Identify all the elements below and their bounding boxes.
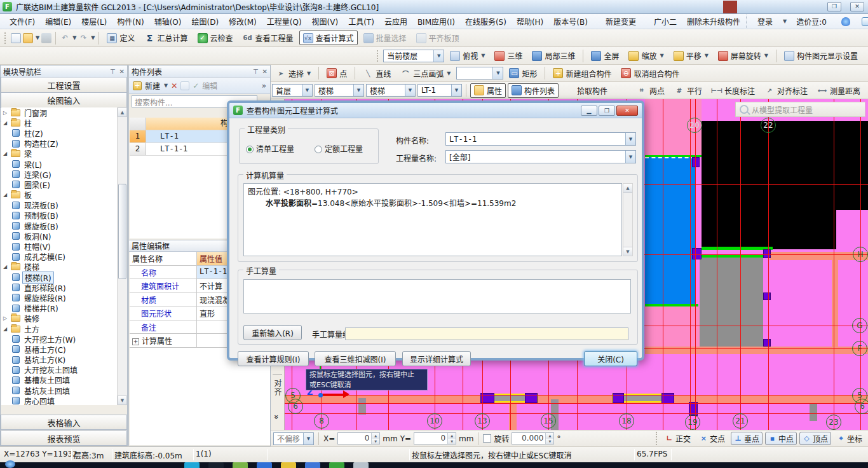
taskbar-icon[interactable] <box>208 462 224 468</box>
view-top-view-button[interactable]: 俯视▼ <box>446 48 489 63</box>
window-restore-button[interactable]: ❐ <box>827 2 841 11</box>
tree-item-基坑灰土回填[interactable]: 基坑灰土回填 <box>1 385 117 396</box>
tree-item-柱[interactable]: ◢柱 <box>1 118 117 128</box>
chevron-down-icon[interactable]: ▼ <box>447 71 451 76</box>
tree-item-装修[interactable]: ▷装修 <box>1 313 117 324</box>
list-quantity-radio[interactable]: 清单工程量 <box>246 143 294 154</box>
menu-item[interactable]: 文件(F) <box>5 15 39 28</box>
radio-off-icon[interactable] <box>315 146 322 153</box>
snap-intersection-button[interactable]: ×交点 <box>696 432 728 445</box>
tree-item-楼梯井R[interactable]: 楼梯井(R) <box>1 303 117 313</box>
measure-two-point-button[interactable]: ⌗两点 <box>633 83 668 98</box>
chevron-down-icon[interactable]: ▼ <box>433 50 444 62</box>
tree-item-现浇板B[interactable]: 现浇板(B) <box>1 200 117 210</box>
tree-item-楼梯R[interactable]: 楼梯(R) <box>1 272 117 282</box>
open-file-icon[interactable] <box>23 33 33 43</box>
edit-component-button[interactable]: 编辑 <box>202 80 217 91</box>
dialog-footer-button-0[interactable]: 查看计算规则(I) <box>238 351 309 366</box>
context-combo-2[interactable]: 楼梯▼ <box>366 84 416 97</box>
context-combo-3[interactable]: LT-1▼ <box>417 84 462 97</box>
chevron-down-icon[interactable]: ▼ <box>303 433 313 444</box>
tree-item-螺旋梯段R[interactable]: 螺旋梯段(R) <box>1 292 117 303</box>
dialog-footer-button-1[interactable]: 查看三维扣减图(I) <box>315 351 396 366</box>
tree-item-大开挖土方W[interactable]: 大开挖土方(W) <box>1 334 117 344</box>
snap-vertex-button[interactable]: ◇顶点 <box>799 432 831 445</box>
menu-item[interactable]: 删除未升级构件 <box>682 15 745 28</box>
toolbar-view-quantity-button[interactable]: 6d查看工程量 <box>239 31 297 45</box>
collapsed-icon[interactable]: ▷ <box>1 110 9 116</box>
measure-align-dimension-button[interactable]: ↗对齐标注 <box>761 83 811 98</box>
edit-check-icon[interactable]: ✓ <box>193 81 199 90</box>
chevron-down-icon[interactable]: ▼ <box>492 67 503 79</box>
tree-item-成孔芯模E[interactable]: 成孔芯模(E) <box>1 252 117 262</box>
chevron-down-icon[interactable]: ▼ <box>302 85 312 96</box>
expanded-icon[interactable]: ◢ <box>1 192 9 198</box>
chevron-down-icon[interactable]: ▼ <box>353 85 363 96</box>
menu-item[interactable]: 在线服务(S) <box>461 15 511 28</box>
close-icon[interactable]: ✕ <box>119 68 125 75</box>
pin-icon[interactable]: ⊤ <box>110 68 116 75</box>
tree-item-板洞N[interactable]: 板洞(N) <box>1 231 117 241</box>
tree-item-基坑土方K[interactable]: 基坑土方(K) <box>1 355 117 365</box>
start-button[interactable] <box>5 460 15 468</box>
reinput-button[interactable]: 重新输入(R) <box>243 325 302 340</box>
toolbar-cloud-check-button[interactable]: ✓云检查 <box>194 31 237 45</box>
toolbar-view-formula-button[interactable]: √x查看计算式 <box>299 31 358 45</box>
tree-item-连梁G[interactable]: 连梁(G) <box>1 169 117 179</box>
manual-quantity-textarea[interactable] <box>243 279 631 313</box>
taskbar-icon[interactable] <box>233 462 248 468</box>
menu-item[interactable]: 广小二 <box>649 15 681 28</box>
salmon-column-right[interactable] <box>832 260 838 347</box>
snap-perpendicular-button[interactable]: ⊥垂点 <box>731 432 763 445</box>
pink-slab-mid[interactable] <box>645 306 700 347</box>
tree-item-基槽灰土回填[interactable]: 基槽灰土回填 <box>1 375 117 385</box>
chevron-down-icon[interactable]: ▼ <box>307 71 311 76</box>
column-element[interactable] <box>763 339 771 347</box>
delete-component-icon[interactable]: ✕ <box>171 81 177 90</box>
tree-item-梁[interactable]: ◢梁 <box>1 149 117 159</box>
tree-item-基槽土方C[interactable]: 基槽土方(C) <box>1 344 117 354</box>
tree-item-预制板B[interactable]: 预制板(B) <box>1 210 117 221</box>
pin-icon[interactable]: ⊤ <box>253 68 259 75</box>
chevron-down-icon[interactable]: ▼ <box>705 53 709 59</box>
toolbar-align-slab-top-button[interactable]: 平齐板顶 <box>412 31 463 45</box>
tree-item-大开挖灰土回填[interactable]: 大开挖灰土回填 <box>1 365 117 375</box>
column-element[interactable] <box>763 292 771 300</box>
offset-mode-combo[interactable]: 不偏移 ▼ <box>273 432 314 445</box>
blue-slab[interactable] <box>645 157 695 305</box>
tree-item-柱Z[interactable]: 柱(Z) <box>1 128 117 138</box>
taskbar-icon[interactable] <box>329 462 344 468</box>
tree-item-直形梯段R[interactable]: 直形梯段(R) <box>1 282 117 292</box>
rotate-checkbox[interactable] <box>483 434 491 443</box>
quantity-name-combo[interactable]: [全部] ▼ <box>445 150 636 163</box>
rotate-stepper[interactable]: 0.000 ▲▼ <box>512 432 554 444</box>
toolbar-batch-select-button[interactable]: 批量选择 <box>360 31 410 45</box>
undo-icon[interactable]: ↶ <box>60 33 70 43</box>
close-button[interactable]: 关闭(C) <box>584 351 637 366</box>
taskbar-icon[interactable] <box>281 462 296 468</box>
draw-line-button[interactable]: ╲直线 <box>359 66 395 81</box>
dialog-maximize-button[interactable]: ❐ <box>599 106 615 116</box>
context-combo-0[interactable]: 首层▼ <box>272 84 313 97</box>
gray-slab[interactable] <box>700 258 763 347</box>
more-tools-icon[interactable]: » <box>272 415 281 421</box>
draw-arc-button[interactable]: ⌒三点画弧▼ <box>397 66 454 81</box>
scroll-down-icon[interactable]: ▼ <box>118 396 127 405</box>
view-display-settings-button[interactable]: 构件图元显示设置 <box>780 48 862 63</box>
menu-item[interactable]: 辅轴(O) <box>150 15 186 28</box>
menu-item[interactable]: 构件(N) <box>112 15 148 28</box>
scroll-up-icon[interactable]: ▲ <box>118 107 127 117</box>
table-input-button[interactable]: 表格输入 <box>1 415 127 430</box>
expanded-icon[interactable]: ◢ <box>1 120 9 126</box>
redo-icon[interactable]: ↷ <box>78 33 88 43</box>
menu-item[interactable]: 楼层(L) <box>77 15 111 28</box>
open-dropdown-icon[interactable]: ▼ <box>36 35 39 41</box>
view-zoom-button[interactable]: 缩放▼ <box>625 48 667 63</box>
chevron-down-icon[interactable]: ▼ <box>481 53 485 59</box>
component-name-combo[interactable]: LT-1-1 ▼ <box>445 132 636 146</box>
bell-icon[interactable] <box>841 17 850 26</box>
drawing-input-button[interactable]: 绘图输入 <box>1 93 127 108</box>
expanded-icon[interactable]: ◢ <box>1 151 9 156</box>
current-floor-combo[interactable]: 当前楼层 ▼ <box>383 50 444 62</box>
chevron-down-icon[interactable]: ▼ <box>660 53 663 59</box>
